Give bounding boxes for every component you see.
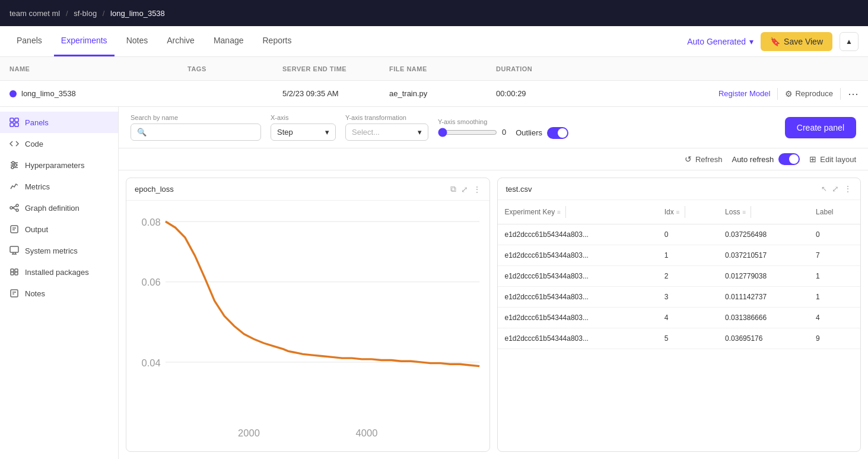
svg-rect-1: [15, 118, 18, 122]
chart-panel-header: epoch_loss ⧉ ⤢ ⋮: [126, 178, 489, 201]
reproduce-icon: ⚙: [785, 89, 793, 99]
chart-expand-button[interactable]: ⤢: [461, 185, 468, 194]
auto-refresh-group: Auto refresh: [732, 153, 800, 165]
tab-experiments[interactable]: Experiments: [54, 26, 115, 56]
experiment-table-header: NAME TAGS SERVER END TIME FILE NAME DURA…: [0, 57, 868, 81]
yaxis-transform-placeholder: Select...: [352, 128, 414, 137]
sidebar-item-output-label: Output: [25, 225, 48, 234]
actions-bar: ↺ Refresh Auto refresh ⊞ Edit layout: [119, 148, 868, 170]
sidebar-item-system-metrics[interactable]: System metrics: [0, 240, 118, 261]
reproduce-button[interactable]: ⚙ Reproduce: [785, 89, 833, 99]
svg-point-12: [16, 209, 18, 211]
sidebar-item-metrics[interactable]: Metrics: [0, 176, 118, 197]
sidebar-item-panels[interactable]: Panels: [0, 112, 118, 133]
outliers-toggle[interactable]: [547, 127, 568, 139]
cell-idx: 0: [657, 224, 718, 245]
svg-rect-0: [10, 118, 14, 122]
sidebar-item-hyperparameters[interactable]: Hyperparameters: [0, 154, 118, 176]
svg-text:0.08: 0.08: [141, 217, 160, 228]
cell-experiment-key: e1d2dccc61b54344a803...: [498, 308, 657, 328]
cell-loss: 0.012779038: [718, 266, 809, 287]
breadcrumb-project[interactable]: sf-blog: [74, 9, 97, 18]
experiment-status-dot: [9, 90, 17, 97]
cell-idx: 4: [657, 308, 718, 328]
cell-label: 0: [809, 224, 860, 245]
sidebar-item-installed-packages[interactable]: Installed packages: [0, 261, 118, 283]
breadcrumb-team[interactable]: team comet ml: [9, 9, 60, 18]
breadcrumb-experiment: long_limo_3538: [110, 9, 165, 18]
edit-layout-button[interactable]: ⊞ Edit layout: [809, 154, 856, 164]
save-view-button[interactable]: 🔖 Save View: [761, 32, 832, 51]
experiment-name-cell: long_limo_3538: [9, 89, 187, 98]
divider2: [840, 88, 841, 100]
search-input-wrap: 🔍: [131, 124, 261, 141]
nav-right: Auto Generated ▾ 🔖 Save View ▲: [687, 32, 859, 51]
table-row: e1d2dccc61b54344a803... 3 0.011142737 1: [498, 287, 861, 308]
col-header-server-end-time: SERVER END TIME: [282, 65, 389, 72]
experiment-file-name: ae_train.py: [389, 89, 496, 98]
col-menu-icon-idx[interactable]: ≡: [676, 209, 680, 216]
yaxis-transform-select[interactable]: Select... ▾: [345, 124, 428, 141]
chart-copy-button[interactable]: ⧉: [450, 184, 456, 194]
tab-notes[interactable]: Notes: [119, 26, 155, 56]
tab-archive[interactable]: Archive: [160, 26, 202, 56]
svg-rect-2: [10, 123, 14, 126]
auto-refresh-toggle[interactable]: [778, 153, 800, 165]
svg-text:0.04: 0.04: [141, 357, 160, 368]
tab-reports[interactable]: Reports: [255, 26, 298, 56]
sidebar-item-code[interactable]: Code: [0, 133, 118, 154]
create-panel-button[interactable]: Create panel: [785, 117, 856, 138]
tab-manage[interactable]: Manage: [206, 26, 251, 56]
nav-tabs: Panels Experiments Notes Archive Manage …: [9, 26, 299, 56]
col-header-name: NAME: [9, 65, 187, 72]
chevron-down-icon: ▾: [749, 37, 753, 46]
table-more-button[interactable]: ⋮: [844, 184, 852, 194]
svg-point-9: [11, 166, 14, 169]
sidebar-item-notes[interactable]: Notes: [0, 283, 118, 304]
refresh-button[interactable]: ↺ Refresh: [685, 154, 723, 164]
search-group: Search by name 🔍: [131, 114, 261, 141]
col-idx: Idx ≡: [657, 200, 718, 224]
svg-text:2000: 2000: [238, 428, 260, 439]
experiment-row: long_limo_3538 5/2/23 09:35 AM ae_train.…: [0, 81, 868, 107]
register-model-button[interactable]: Register Model: [718, 89, 770, 98]
auto-generated-button[interactable]: Auto Generated ▾: [687, 37, 753, 46]
svg-point-10: [10, 207, 12, 209]
experiment-server-end-time: 5/2/23 09:35 AM: [282, 89, 389, 98]
notes-icon: [9, 289, 19, 298]
table-expand-button[interactable]: ⤢: [832, 184, 839, 194]
cell-experiment-key: e1d2dccc61b54344a803...: [498, 287, 657, 308]
svg-text:0.06: 0.06: [141, 277, 160, 288]
svg-rect-24: [11, 269, 14, 272]
search-input[interactable]: [150, 128, 255, 137]
col-menu-icon-key[interactable]: ≡: [557, 209, 561, 216]
chart-more-button[interactable]: ⋮: [473, 185, 481, 194]
col-menu-icon-loss[interactable]: ≡: [742, 209, 746, 216]
col-loss: Loss ≡: [718, 200, 809, 224]
sidebar-item-graph-definition[interactable]: Graph definition: [0, 197, 118, 219]
yaxis-smoothing-group: Y-axis smoothing 0: [438, 118, 506, 137]
smoothing-slider[interactable]: [438, 128, 497, 137]
experiment-name[interactable]: long_limo_3538: [21, 89, 76, 98]
xaxis-select[interactable]: Step ▾: [271, 124, 336, 141]
more-options-button[interactable]: ⋯: [848, 87, 859, 100]
chart-panel-actions: ⧉ ⤢ ⋮: [450, 184, 481, 194]
sidebar-item-code-label: Code: [25, 140, 43, 148]
content-area: Search by name 🔍 X-axis Step ▾ Y-axis tr…: [119, 107, 868, 459]
svg-point-11: [16, 204, 18, 207]
sidebar-item-output[interactable]: Output: [0, 219, 118, 240]
table-row: e1d2dccc61b54344a803... 4 0.031386666 4: [498, 308, 861, 328]
tab-panels[interactable]: Panels: [9, 26, 49, 56]
cell-idx: 5: [657, 328, 718, 349]
cell-loss: 0.03695176: [718, 328, 809, 349]
installed-packages-icon: [9, 267, 19, 277]
toggle-knob: [558, 128, 567, 138]
auto-refresh-label: Auto refresh: [732, 155, 774, 164]
svg-text:4000: 4000: [356, 428, 378, 439]
sidebar-item-notes-label: Notes: [25, 289, 45, 298]
bookmark-icon: 🔖: [770, 37, 780, 46]
cell-label: 4: [809, 308, 860, 328]
collapse-button[interactable]: ▲: [840, 32, 859, 51]
svg-rect-3: [15, 123, 18, 126]
smoothing-controls: 0: [438, 128, 506, 137]
